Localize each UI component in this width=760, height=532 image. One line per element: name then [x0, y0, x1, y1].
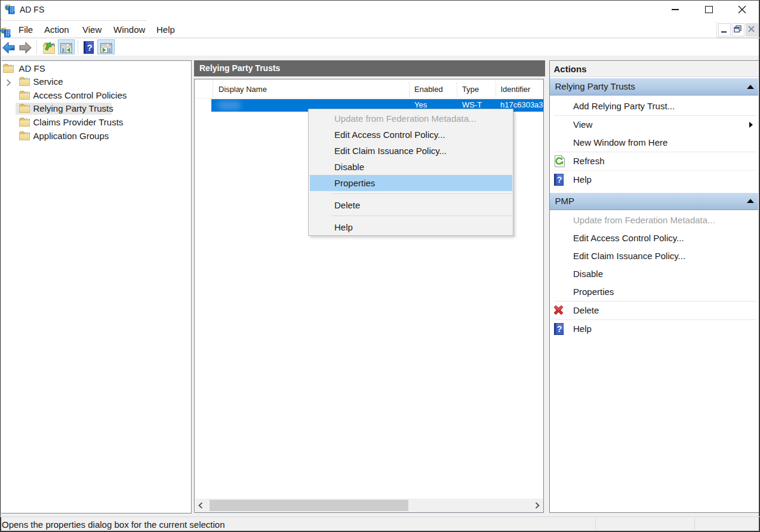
svg-text:?: ? [557, 175, 562, 184]
svg-text:?: ? [557, 324, 562, 334]
svg-text:?: ? [87, 42, 92, 53]
